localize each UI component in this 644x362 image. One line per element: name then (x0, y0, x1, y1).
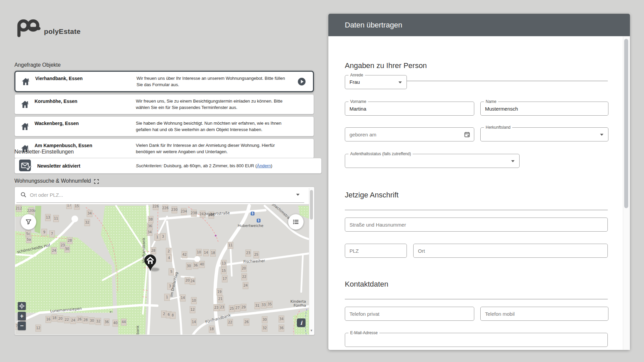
calendar-icon[interactable] (464, 131, 470, 138)
map-house-number: 8 (172, 313, 174, 317)
plz-input[interactable] (345, 244, 407, 257)
map-house-number: 234 (180, 209, 187, 213)
map-search-input[interactable] (29, 192, 296, 198)
map-house-number: 212 (15, 206, 22, 210)
map-zoom-out-button[interactable]: − (18, 321, 26, 330)
map-zoom-in-button[interactable]: + (18, 312, 26, 320)
newsletter-change-link[interactable]: Ändern (257, 163, 271, 168)
object-card[interactable]: Am Kampenbusch, Essen Vielen Dank für Ih… (14, 138, 314, 159)
map-filter-button[interactable] (21, 214, 36, 230)
herkunftsland-select[interactable]: Herkunftsland (480, 127, 608, 141)
object-description: Vielen Dank für Ihr Interesse an der Anm… (136, 142, 289, 155)
map-culdesac (71, 216, 78, 222)
map-section-heading: Wohnungssuche & Wohnumfeld (14, 178, 91, 184)
house-icon (20, 77, 31, 86)
object-description: Sie haben die Wohnung besichtigt. Nun mö… (136, 120, 289, 133)
map-house-number: 20 (185, 279, 190, 282)
map-house-number: 40 (200, 262, 204, 266)
map-house-number: 26 (245, 320, 249, 324)
map-scrollbar[interactable]: ▼ (309, 188, 314, 334)
map-house-number: 20 (58, 317, 63, 320)
map-house-number: 28 (68, 239, 72, 242)
telefon-privat-input[interactable] (345, 307, 474, 320)
map-road (181, 258, 196, 259)
scroll-down-arrow-icon[interactable]: ▼ (310, 329, 313, 332)
panel-scrollbar-thumb[interactable] (624, 39, 628, 208)
map-house-number: 30 (90, 319, 94, 322)
ort-input[interactable] (414, 244, 607, 257)
map-house-number: 35 (268, 302, 272, 306)
aufenthaltsstatus-label: Aufenthaltsstatus (falls zutreffend) (348, 152, 413, 156)
map-house-number: 23 (246, 251, 251, 255)
map-house-number: 17 (67, 204, 71, 207)
map-house-number: 19 (217, 290, 222, 294)
map-house-number: 220b (27, 209, 35, 213)
map-house-number: 36 (105, 320, 109, 324)
object-title: Am Kampenbusch, Essen (35, 140, 131, 148)
map-house-number: 22 (228, 320, 232, 324)
object-title: Vierhandbank, Essen (35, 73, 132, 81)
map-search-bar (16, 187, 304, 203)
requested-objects-heading: Angefragte Objekte (14, 62, 61, 68)
map-card: 212220b171513113432975c5a283024232262302… (14, 187, 315, 335)
vorname-label: Vorname (348, 99, 368, 104)
object-play-button[interactable] (293, 77, 310, 86)
panel-header: Daten übertragen (328, 14, 630, 36)
map-house-number: 2 (163, 312, 165, 316)
map-house-number: 23 (214, 306, 219, 309)
map-house-number: 15 (222, 269, 226, 273)
map-house-number: 226 (152, 204, 159, 208)
map-house-number: 32 (96, 319, 101, 323)
chevron-down-icon[interactable] (296, 194, 300, 196)
map-street-label: Vierhandbank (136, 325, 140, 335)
vorname-input[interactable] (345, 102, 474, 115)
map-house-number: 38 (149, 218, 153, 221)
newsletter-criteria: Suchkriterien: Duisburg, ab 60qm, ab 2 Z… (136, 163, 319, 168)
map-house-number: 7 (51, 232, 53, 236)
map-house-number: 28 (151, 249, 156, 252)
map-house-number: 25 (230, 307, 234, 310)
map-house-number: 2 (168, 249, 170, 253)
anrede-select[interactable]: Anrede Frau (345, 75, 407, 89)
map-geolocate-button[interactable] (18, 302, 26, 310)
email-input[interactable] (345, 333, 607, 347)
telefon-mobil-field (480, 307, 608, 321)
plz-field (345, 244, 407, 258)
geboren-am-input[interactable] (345, 128, 474, 141)
map-house-number: 226 (162, 206, 168, 210)
object-title: Korumhöhe, Essen (35, 96, 131, 104)
map-house-number: 33 (262, 303, 266, 307)
map-house-number: 34 (279, 317, 284, 321)
map-list-button[interactable] (288, 214, 304, 230)
object-card[interactable]: Wackenberg, Essen Sie haben die Wohnung … (14, 116, 314, 136)
strasse-field (345, 218, 608, 232)
map-house-number: 16 (46, 317, 51, 321)
map-house-number: 9 (43, 230, 45, 234)
map-house-number: 28 (84, 318, 88, 322)
map-scrollbar-thumb[interactable] (310, 190, 313, 220)
divider (345, 299, 608, 299)
map-house-number: 30 (263, 318, 267, 321)
map-street-label: Fünfha (293, 303, 306, 308)
object-description: Wir freuen uns über Ihr Interesse an uns… (137, 75, 288, 88)
map-house-number: 1 (166, 295, 168, 299)
anrede-label: Anrede (348, 73, 365, 77)
name-input[interactable] (481, 102, 608, 115)
telefon-mobil-input[interactable] (481, 307, 608, 320)
transfer-data-panel: Daten übertragen Angaben zu Ihrer Person… (328, 14, 630, 350)
aufenthaltsstatus-select[interactable]: Aufenthaltsstatus (falls zutreffend) (345, 154, 520, 168)
map-house-number: 29 (241, 305, 246, 309)
house-icon (20, 100, 30, 109)
fullscreen-icon[interactable] (94, 178, 99, 184)
map-info-button[interactable]: i (297, 318, 306, 327)
map[interactable]: 212220b171513113432975c5a283024232262302… (15, 204, 309, 335)
map-house-number: 27 (235, 306, 240, 310)
ort-field (413, 244, 608, 258)
strasse-input[interactable] (345, 218, 607, 231)
object-card[interactable]: Vierhandbank, Essen Wir freuen uns über … (14, 71, 314, 92)
name-field: Name (480, 102, 608, 116)
criteria-text: Duisburg, ab 60qm, ab 2 Zimmer, bis 800 … (162, 163, 257, 168)
map-house-number: 23 (61, 243, 65, 247)
object-card[interactable]: Korumhöhe, Essen Wir freuen uns, Sie zu … (14, 94, 314, 114)
panel-scrollbar[interactable] (623, 36, 630, 350)
